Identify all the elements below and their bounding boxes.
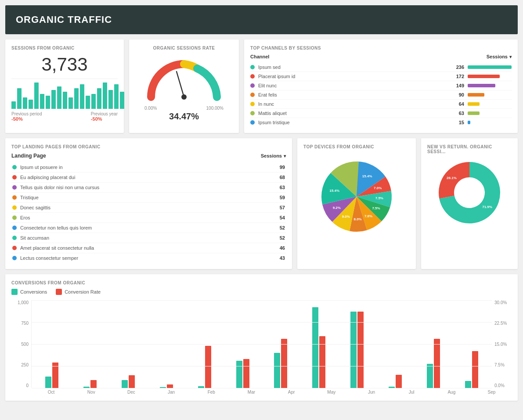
previous-year-label: Previous year <box>91 111 118 116</box>
grid-line <box>32 366 492 366</box>
grid-line <box>32 344 492 345</box>
bar-chart-wrap: 1,0007505002500 <box>11 300 512 388</box>
svg-text:71.9%: 71.9% <box>482 205 492 209</box>
channel-bar <box>468 93 484 97</box>
landing-page-col: Landing Page <box>11 153 46 159</box>
gauge-container <box>144 57 224 106</box>
page-header: ORGANIC TRAFFIC <box>5 5 518 34</box>
mini-bar <box>23 97 27 109</box>
landing-value: 43 <box>280 255 285 261</box>
y-axis-right-label: 0.0% <box>494 383 505 388</box>
channel-row: In nunc 64 <box>250 100 512 109</box>
landing-row: Eu adipiscing placerat dui 68 <box>11 172 286 183</box>
landing-row: Lectus consectetur semper 43 <box>11 253 286 263</box>
legend-item: Conversion Rate <box>56 289 101 295</box>
landing-value: 57 <box>280 205 285 210</box>
x-label: Aug <box>432 390 472 395</box>
channel-bar <box>468 75 500 78</box>
landing-name: Eu adipiscing placerat dui <box>20 175 280 180</box>
channel-name: Erat felis <box>258 92 451 97</box>
x-label: May <box>311 390 351 395</box>
return-card: NEW VS RETURN. ORGANIC SESSI... 71.9%28.… <box>421 138 518 269</box>
mini-bar <box>69 97 73 109</box>
channels-sessions-col[interactable]: Sessions ▾ <box>487 54 512 59</box>
channel-name: Ipsum sed <box>258 65 451 70</box>
channel-row: Mattis aliquet 63 <box>250 109 512 118</box>
channel-bar-wrap <box>468 65 512 69</box>
chart-area <box>31 300 492 388</box>
landing-name: Consectetur non tellus quis lorem <box>20 225 280 230</box>
landing-name: Donec sagittis <box>20 205 280 210</box>
chevron-down-icon: ▾ <box>509 54 512 59</box>
channel-name: Elit nunc <box>258 83 451 88</box>
conversions-card-title: CONVERSIONS FROM ORGANIC <box>11 280 512 285</box>
landing-name: Amet placerat sit consectetur nulla <box>20 245 280 251</box>
channel-bar <box>468 111 480 115</box>
y-axis-right: 30.0%22.5%15.0%7.5%0.0% <box>492 300 512 388</box>
gauge-percent: 34.47% <box>169 111 199 122</box>
landing-value: 68 <box>280 175 285 180</box>
channel-bar <box>468 84 495 87</box>
channel-name: Placerat ipsum id <box>258 74 451 79</box>
mini-bar <box>11 101 16 109</box>
landing-row: Sit accumsan 52 <box>11 233 286 243</box>
mini-bar <box>63 92 67 109</box>
landing-row: Consectetur non tellus quis lorem 52 <box>11 223 286 233</box>
landing-value: 54 <box>280 215 285 220</box>
landing-value: 52 <box>280 225 285 230</box>
mini-bar <box>57 86 61 109</box>
gauge-min-label: 0.00% <box>144 106 157 111</box>
return-card-title: NEW VS RETURN. ORGANIC SESSI... <box>427 144 512 154</box>
y-axis-left: 1,0007505002500 <box>11 300 31 388</box>
previous-period: Previous period -50% <box>11 111 42 122</box>
channel-dot <box>250 120 255 125</box>
gauge-labels: 0.00% 100.00% <box>144 106 224 111</box>
channel-row: Elit nunc 149 <box>250 81 512 90</box>
channel-bar-wrap <box>468 102 512 106</box>
mini-bar <box>29 100 33 109</box>
svg-text:7.5%: 7.5% <box>375 196 383 200</box>
landing-dot <box>12 226 17 230</box>
channels-card: TOP CHANNELS BY SESSIONS Channel Session… <box>244 39 518 133</box>
channel-dot <box>250 102 255 106</box>
mini-bar <box>51 90 56 109</box>
landing-row: Eros 54 <box>11 213 286 223</box>
landing-dot <box>12 175 17 179</box>
landing-dot <box>12 205 17 210</box>
channel-dot <box>250 111 255 115</box>
channel-dot <box>250 65 255 69</box>
landing-value: 63 <box>280 185 285 190</box>
landing-rows: Ipsum ut posuere in 99 Eu adipiscing pla… <box>11 162 286 263</box>
previous-year: Previous year -50% <box>91 111 118 122</box>
channel-bar <box>468 65 512 69</box>
landing-name: Tristique <box>20 195 280 200</box>
sessions-card: SESSIONS FROM ORGANIC 3,733 Previous per… <box>5 39 124 133</box>
channel-bar <box>468 102 480 106</box>
mini-bar <box>40 94 44 109</box>
landing-sessions-col[interactable]: Sessions ▾ <box>261 153 286 158</box>
landing-value: 46 <box>280 245 285 251</box>
y-axis-label: 750 <box>21 321 29 326</box>
legend-color <box>11 289 18 295</box>
grid-line <box>32 300 492 301</box>
svg-line-0 <box>177 72 184 97</box>
return-pie-svg: 71.9%28.1% <box>434 158 505 228</box>
channel-bar-wrap <box>468 121 512 124</box>
svg-text:7.0%: 7.0% <box>374 186 382 190</box>
landing-name: Lectus consectetur semper <box>20 255 280 261</box>
landing-name: Eros <box>20 215 280 220</box>
y-axis-right-label: 30.0% <box>494 300 507 305</box>
landing-dot <box>12 185 17 190</box>
y-axis-right-label: 7.5% <box>494 363 505 367</box>
y-axis-right-label: 15.0% <box>494 342 507 347</box>
legend-label: Conversions <box>20 289 47 294</box>
channel-dot <box>250 74 255 79</box>
conversions-card: CONVERSIONS FROM ORGANIC ConversionsConv… <box>5 274 518 401</box>
channel-dot <box>250 93 255 97</box>
legend-label: Conversion Rate <box>65 289 101 294</box>
previous-period-delta: -50% <box>11 116 42 122</box>
channel-value: 149 <box>451 83 464 88</box>
channel-bar-wrap <box>468 111 512 115</box>
svg-text:15.4%: 15.4% <box>362 174 372 178</box>
channel-value: 172 <box>451 74 464 79</box>
